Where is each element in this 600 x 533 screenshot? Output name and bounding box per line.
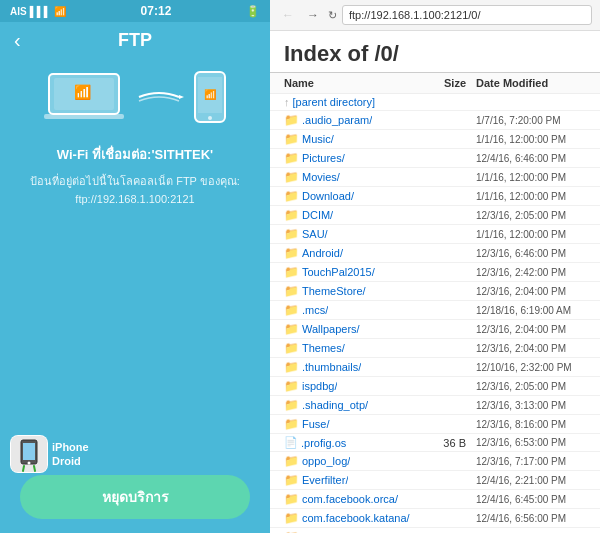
- table-row: 📁Facebook Messenger/12/4/16, 9:07:00 PM: [270, 528, 600, 533]
- connection-arrows: [134, 87, 184, 107]
- right-panel: ← → ↻ Index of /0/ Name Size Date Modifi…: [270, 0, 600, 533]
- file-name[interactable]: 📁Movies/: [284, 170, 426, 184]
- file-name[interactable]: 📁Themes/: [284, 341, 426, 355]
- folder-icon: 📁: [284, 170, 299, 184]
- file-name[interactable]: 📁.shading_otp/: [284, 398, 426, 412]
- file-date: 12/3/16, 3:13:00 PM: [476, 400, 586, 411]
- file-name-text: Pictures/: [302, 152, 345, 164]
- table-row: 📁Everfilter/12/4/16, 2:21:00 PM: [270, 471, 600, 490]
- file-date: 1/1/16, 12:00:00 PM: [476, 191, 586, 202]
- status-carrier: AIS ▌▌▌ 📶: [10, 6, 66, 17]
- page-title: FTP: [14, 30, 256, 51]
- table-row: 📁.thumbnails/12/10/16, 2:32:00 PM: [270, 358, 600, 377]
- file-date: 12/4/16, 6:45:00 PM: [476, 494, 586, 505]
- file-date: 12/3/16, 2:05:00 PM: [476, 210, 586, 221]
- table-row: 📁Themes/12/3/16, 2:04:00 PM: [270, 339, 600, 358]
- file-date: 12/3/16, 2:04:00 PM: [476, 286, 586, 297]
- stop-service-button[interactable]: หยุดบริการ: [20, 475, 250, 519]
- back-nav-button[interactable]: ←: [278, 7, 298, 23]
- col-name: Name: [284, 77, 426, 89]
- file-name[interactable]: 📁ThemeStore/: [284, 284, 426, 298]
- file-name-text: Fuse/: [302, 418, 330, 430]
- table-row: ↑[parent directory]: [270, 94, 600, 111]
- file-name-text: .profig.os: [301, 437, 346, 449]
- table-row: 📁.shading_otp/12/3/16, 3:13:00 PM: [270, 396, 600, 415]
- file-name[interactable]: 📁Android/: [284, 246, 426, 260]
- file-name-text: Android/: [302, 247, 343, 259]
- file-icon: 📄: [284, 436, 298, 449]
- file-name[interactable]: 📄.profig.os: [284, 436, 426, 449]
- status-time: 07:12: [141, 4, 172, 18]
- folder-icon: 📁: [284, 360, 299, 374]
- wifi-icon: 📶: [54, 6, 66, 17]
- svg-marker-4: [179, 95, 184, 99]
- file-date: 1/1/16, 12:00:00 PM: [476, 172, 586, 183]
- file-name-text: Download/: [302, 190, 354, 202]
- file-name[interactable]: 📁Pictures/: [284, 151, 426, 165]
- back-button[interactable]: ‹: [14, 29, 21, 52]
- file-date: 1/7/16, 7:20:00 PM: [476, 115, 586, 126]
- file-name-text: TouchPal2015/: [302, 266, 375, 278]
- illustration-area: 📶 📶: [0, 59, 270, 124]
- refresh-button[interactable]: ↻: [328, 9, 337, 22]
- file-name[interactable]: 📁Fuse/: [284, 417, 426, 431]
- ftp-info: ป้อนที่อยู่ต่อไปนี้ในโลคอลเน็ต FTP ของคุ…: [20, 173, 250, 208]
- file-name-text: SAU/: [302, 228, 328, 240]
- file-name[interactable]: 📁.mcs/: [284, 303, 426, 317]
- laptop-icon: 📶: [44, 69, 124, 124]
- file-name[interactable]: 📁.audio_param/: [284, 113, 426, 127]
- file-size: 36 B: [426, 437, 476, 449]
- col-date: Date Modified: [476, 77, 586, 89]
- arrow-icon: [134, 87, 184, 107]
- table-row: 📁com.facebook.orca/12/4/16, 6:45:00 PM: [270, 490, 600, 509]
- table-row: 📁.mcs/12/18/16, 6:19:00 AM: [270, 301, 600, 320]
- forward-nav-button[interactable]: →: [303, 7, 323, 23]
- logo-text: iPhone Droid: [52, 440, 89, 469]
- file-rows: ↑[parent directory]📁.audio_param/1/7/16,…: [270, 94, 600, 533]
- file-name[interactable]: 📁SAU/: [284, 227, 426, 241]
- table-row: 📁oppo_log/12/3/16, 7:17:00 PM: [270, 452, 600, 471]
- svg-rect-11: [23, 443, 35, 460]
- file-date: 12/3/16, 8:16:00 PM: [476, 419, 586, 430]
- file-name-text: oppo_log/: [302, 455, 350, 467]
- svg-text:📶: 📶: [204, 88, 217, 101]
- table-row: 📁Android/12/3/16, 6:46:00 PM: [270, 244, 600, 263]
- file-name[interactable]: 📁oppo_log/: [284, 454, 426, 468]
- table-row: 📁Download/1/1/16, 12:00:00 PM: [270, 187, 600, 206]
- wifi-label: Wi-Fi ที่เชื่อมต่อ:'SITHTEK': [20, 144, 250, 165]
- file-name[interactable]: 📁ispdbg/: [284, 379, 426, 393]
- table-row: 📁SAU/1/1/16, 12:00:00 PM: [270, 225, 600, 244]
- file-name[interactable]: 📁.thumbnails/: [284, 360, 426, 374]
- address-bar[interactable]: [342, 5, 592, 25]
- file-name[interactable]: 📁Music/: [284, 132, 426, 146]
- svg-rect-3: [44, 114, 124, 119]
- file-date: 12/3/16, 2:04:00 PM: [476, 343, 586, 354]
- top-bar: ‹ FTP: [0, 22, 270, 59]
- folder-icon: 📁: [284, 511, 299, 525]
- col-size: Size: [426, 77, 476, 89]
- table-row: 📄.profig.os36 B12/3/16, 6:53:00 PM: [270, 434, 600, 452]
- folder-icon: 📁: [284, 208, 299, 222]
- folder-icon: 📁: [284, 492, 299, 506]
- file-name-text: com.facebook.orca/: [302, 493, 398, 505]
- browser-bar: ← → ↻: [270, 0, 600, 31]
- file-name[interactable]: 📁com.facebook.orca/: [284, 492, 426, 506]
- svg-point-12: [28, 462, 31, 465]
- file-name[interactable]: 📁Everfilter/: [284, 473, 426, 487]
- folder-icon: 📁: [284, 132, 299, 146]
- folder-icon: 📁: [284, 189, 299, 203]
- file-date: 12/3/16, 2:05:00 PM: [476, 381, 586, 392]
- file-name[interactable]: 📁TouchPal2015/: [284, 265, 426, 279]
- table-row: 📁ThemeStore/12/3/16, 2:04:00 PM: [270, 282, 600, 301]
- file-name[interactable]: 📁Wallpapers/: [284, 322, 426, 336]
- file-name[interactable]: 📁com.facebook.katana/: [284, 511, 426, 525]
- file-name[interactable]: ↑[parent directory]: [284, 96, 426, 108]
- folder-icon: 📁: [284, 113, 299, 127]
- carrier-text: AIS: [10, 6, 27, 17]
- file-name[interactable]: 📁DCIM/: [284, 208, 426, 222]
- file-date: 1/1/16, 12:00:00 PM: [476, 229, 586, 240]
- status-bar: AIS ▌▌▌ 📶 07:12 🔋: [0, 0, 270, 22]
- file-name[interactable]: 📁Download/: [284, 189, 426, 203]
- file-name-text: DCIM/: [302, 209, 333, 221]
- signal-bars: ▌▌▌: [30, 6, 51, 17]
